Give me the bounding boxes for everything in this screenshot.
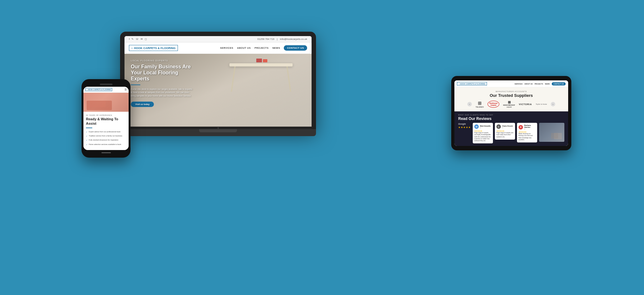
logo-text: HOOK CARPETS & FLOORING — [134, 47, 176, 50]
site-navigation: ⌂ HOOK CARPETS & FLOORING SERVICES ABOUT… — [125, 42, 312, 54]
mobile-notch — [83, 83, 129, 85]
hamburger-icon[interactable]: ☰ — [125, 88, 127, 91]
google-text: Google — [458, 123, 466, 125]
social-icons: f ✎ ☏ ✉ ◻ — [129, 38, 147, 41]
nav-services[interactable]: SERVICES — [220, 47, 233, 49]
review-stars-2: ★★★★★ — [496, 130, 513, 132]
suppliers-next-btn[interactable]: › — [551, 102, 555, 106]
separator: | — [277, 38, 277, 41]
suppliers-heading: Our Trusted Suppliers — [458, 93, 564, 98]
tablet-nav-services[interactable]: SERVICES — [514, 83, 522, 85]
suppliers-label: MANUFACTURER ACCOUNTS — [458, 91, 564, 92]
phone-number: 01256 764 719 — [258, 38, 274, 41]
contact-info: 01256 764 719 | info@hookcarpets.co.uk — [258, 38, 307, 41]
feature-item-4: Home selection services available to boo… — [86, 143, 126, 146]
tablet-nav-news[interactable]: NEWS — [545, 83, 550, 85]
review-card-3: B Barbara Harries G ★★★★★ Made choosing … — [517, 123, 537, 142]
avatar-3: B — [519, 125, 523, 129]
tablet-logo: ⌂ HOOK CARPETS & FLOORING — [457, 82, 487, 85]
email-address: info@hookcarpets.co.uk — [280, 38, 307, 41]
site-logo: ⌂ HOOK CARPETS & FLOORING — [129, 45, 178, 51]
nav-links: SERVICES ABOUT US PROJECTS NEWS CONTACT … — [220, 45, 307, 51]
feature-item-3: Fully stocked showroom for inspiration — [86, 139, 126, 141]
reviewer-badge-3: G — [524, 128, 536, 130]
hero-decoration — [229, 63, 293, 92]
reviewer-info-3: Barbara Harries G — [524, 124, 536, 130]
tablet-contact-button[interactable]: CONTACT US — [552, 82, 566, 85]
avatar-2: C — [496, 124, 501, 129]
laptop-mockup: f ✎ ☏ ✉ ◻ 01256 764 719 | info@hookcarpe… — [120, 32, 316, 136]
mobile-logo: ⌂ HOOK CARPETS & FLOORING — [85, 88, 112, 91]
mobile-mockup: ⌂ HOOK CARPETS & FLOORING ☰ 40 YEARS OF … — [82, 79, 131, 158]
pillow-decoration — [90, 101, 106, 107]
avatar-1: M — [474, 124, 479, 129]
mobile-content: 40 YEARS OF EXPERIENCE Ready & Waiting T… — [83, 112, 129, 150]
site-topbar: f ✎ ☏ ✉ ◻ 01256 764 719 | info@hookcarpe… — [125, 36, 312, 42]
reviews-section: WHAT OUR CLIENTS HAVE TO SAY Read Our Re… — [454, 111, 568, 146]
tablet-nav-links: SERVICES ABOUT US PROJECTS NEWS CONTACT … — [514, 82, 566, 85]
reviewer-badge-2: G — [502, 127, 513, 129]
reviews-heading: Read Our Reviews — [458, 116, 564, 121]
review-icon: ✎ — [131, 38, 134, 41]
supplier-victoria: VICTORIA — [519, 103, 532, 105]
supplier-penthouse: PenthouseCarpets — [488, 101, 500, 108]
reviewer-name-3: Barbara Harries — [524, 124, 536, 128]
suppliers-prev-btn[interactable]: ‹ — [467, 102, 472, 106]
mobile-heading: Ready & Waiting To Assist — [86, 117, 126, 126]
feature-item-2: Tradition service from a family run busi… — [86, 135, 126, 137]
nav-contact-button[interactable]: CONTACT US — [284, 45, 307, 51]
supplier-hughmackay: ▦ HUGH MACKAYcarpets — [503, 100, 515, 108]
mobile-hero-image — [83, 93, 129, 112]
home-indicator — [83, 151, 129, 154]
review-text-1: Huge range of carpets, and highly knowle… — [474, 132, 491, 142]
nav-projects[interactable]: PROJECTS — [254, 47, 268, 49]
reviews-room-image — [539, 123, 564, 142]
reviewer-name-2: Claire Knock — [502, 125, 513, 127]
review-header-1: M Matt Howells G — [474, 124, 491, 129]
laptop-camera — [125, 127, 312, 129]
review-header-3: B Barbara Harries G — [519, 124, 536, 130]
logo-icon: ⌂ — [131, 46, 133, 50]
home-bar — [101, 152, 111, 153]
tablet-nav-projects[interactable]: PROJECTS — [535, 83, 543, 85]
camera-dot — [217, 127, 219, 129]
hero-heading: Our Family Business Are Your Local Floor… — [131, 64, 194, 82]
mobile-nav: ⌂ HOOK CARPETS & FLOORING ☰ — [83, 87, 129, 93]
supplier-taylor: Taylor to home — [536, 103, 547, 105]
hero-text-block: LOCAL FLOORING EXPERTS Our Family Busine… — [131, 60, 194, 107]
supplier-telenzo: ⊞ TELENZO — [476, 101, 484, 108]
review-text-2: Huge range of carpets and style really k… — [496, 132, 513, 138]
review-card-1: M Matt Howells G ★★★★★ Huge range of car… — [473, 123, 493, 143]
hero-section: LOCAL FLOORING EXPERTS Our Family Busine… — [125, 54, 312, 127]
experience-label: 40 YEARS OF EXPERIENCE — [86, 114, 126, 116]
reviewer-badge-1: G — [480, 127, 491, 129]
mobile-divider — [86, 128, 92, 128]
mobile-logo-text: HOOK CARPETS & FLOORING — [88, 89, 111, 91]
suppliers-section: MANUFACTURER ACCOUNTS Our Trusted Suppli… — [454, 87, 568, 111]
phone-icon: ☏ — [136, 38, 139, 41]
reviewer-info-1: Matt Howells G — [480, 125, 491, 129]
review-text-3: Made choosing our flooring a fun time an… — [519, 133, 536, 141]
nav-about[interactable]: ABOUT US — [237, 47, 251, 49]
mobile-screen: ⌂ HOOK CARPETS & FLOORING ☰ 40 YEARS OF … — [83, 87, 129, 150]
reviewer-info-2: Claire Knock G — [502, 125, 513, 129]
facebook-icon: f — [129, 38, 130, 41]
mobile-logo-icon: ⌂ — [87, 89, 88, 91]
feature-item-1: Expert advice from our professional team — [86, 131, 126, 133]
suppliers-logos: ‹ ⊞ TELENZO PenthouseCarpets ▦ HUGH MACK… — [458, 100, 564, 108]
cushion-1 — [554, 133, 562, 139]
reviewer-name-1: Matt Howells — [480, 125, 491, 127]
hero-divider — [131, 85, 140, 85]
reviews-label: WHAT OUR CLIENTS HAVE TO SAY — [458, 114, 564, 116]
nav-news[interactable]: NEWS — [272, 47, 280, 49]
review-stars-1: ★★★★★ — [474, 130, 491, 132]
tablet-nav-about[interactable]: ABOUT US — [525, 83, 533, 85]
hero-cta-button[interactable]: Visit us today — [131, 102, 154, 107]
bed-decoration — [87, 101, 112, 110]
features-list: Expert advice from our professional team… — [86, 131, 126, 146]
tablet-mockup: ⌂ HOOK CARPETS & FLOORING SERVICES ABOUT… — [451, 76, 571, 150]
tablet-nav: ⌂ HOOK CARPETS & FLOORING SERVICES ABOUT… — [454, 80, 568, 87]
review-stars-3: ★★★★★ — [519, 131, 536, 133]
tablet-logo-text: HOOK CARPETS & FLOORING — [460, 83, 485, 85]
laptop-base — [120, 129, 316, 136]
